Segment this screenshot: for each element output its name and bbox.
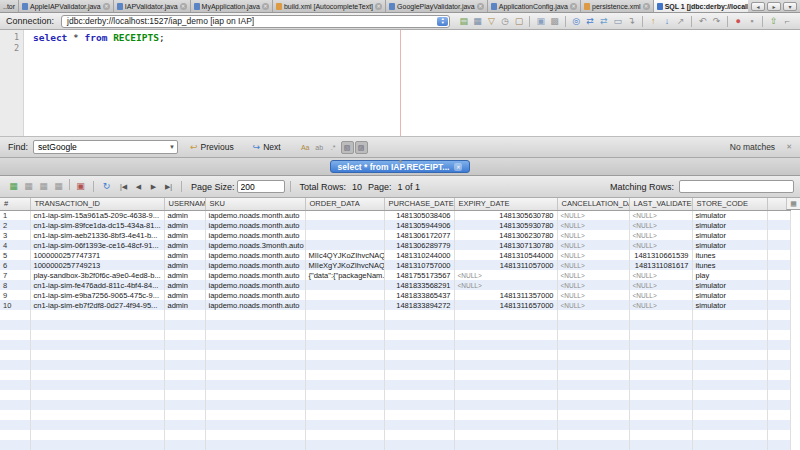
editor-tab-googleplayvalidator-java[interactable]: GooglePlayValidator.java✕ <box>386 0 488 12</box>
cell[interactable]: play-sandbox-3b2f0f6c-a9e0-4ed8-b... <box>30 270 164 280</box>
cell[interactable]: 10 <box>0 300 30 310</box>
cell[interactable]: {"data":{"packageNam... <box>305 270 384 280</box>
previous-button[interactable]: ↩ Previous <box>183 142 241 152</box>
cell[interactable]: 1481306289779 <box>384 240 454 250</box>
tab-scroll-left-icon[interactable]: ◂ <box>751 2 765 11</box>
match-case-icon[interactable]: Aa <box>299 141 312 154</box>
table-row[interactable]: 1cn1-iap-sim-15a961a5-209c-4638-9...admi… <box>0 210 790 220</box>
open-dropdown-icon[interactable]: ▣ <box>534 15 547 28</box>
combo-stepper-icon[interactable]: ▲▼ <box>437 17 448 26</box>
editor-tab-iapvalidator-java[interactable]: IAPValidator.java✕ <box>114 0 191 12</box>
tab-list-icon[interactable]: ▾ <box>783 2 797 11</box>
cell[interactable]: iapdemo.noads.3month.auto <box>205 240 305 250</box>
cell[interactable]: iapdemo.noads.month.auto <box>205 270 305 280</box>
cell[interactable]: simulator <box>692 280 767 290</box>
cell[interactable] <box>767 230 790 240</box>
move-down-icon[interactable]: ↓ <box>661 15 674 28</box>
table-row[interactable]: 51000000257747371adminiapdemo.noads.mont… <box>0 250 790 260</box>
rollback-icon[interactable]: ▦ <box>51 179 66 194</box>
tab-close-icon[interactable]: ✕ <box>570 3 577 10</box>
cell[interactable]: admin <box>164 300 205 310</box>
next-button[interactable]: ↪ Next <box>246 142 288 152</box>
editor-tab-appleiapvalidator-java[interactable]: AppleIAPValidator.java✕ <box>19 0 114 12</box>
upload-icon[interactable]: ⇧ <box>767 15 780 28</box>
chevron-down-icon[interactable]: ▼ <box>169 144 175 150</box>
cell[interactable]: iapdemo.noads.month.auto <box>205 210 305 220</box>
cell[interactable]: <NULL> <box>557 250 629 260</box>
cell[interactable]: <NULL> <box>557 290 629 300</box>
cell[interactable] <box>767 270 790 280</box>
cell[interactable]: <NULL> <box>557 220 629 230</box>
cell[interactable]: <NULL> <box>629 270 692 280</box>
find-close-icon[interactable]: ✕ <box>786 143 792 151</box>
cell[interactable]: 1481310757000 <box>384 260 454 270</box>
truncate-table-icon[interactable]: ▣ <box>73 179 88 194</box>
cell[interactable]: 8 <box>0 280 30 290</box>
editor-tab-persistence-xml[interactable]: persistence.xml✕ <box>581 0 654 12</box>
cell[interactable]: cn1-iap-sim-fe476add-811c-4bf4-84... <box>30 280 164 290</box>
cell[interactable] <box>305 290 384 300</box>
cell[interactable]: <NULL> <box>557 260 629 270</box>
fetch-next-icon[interactable]: ⇄ <box>597 15 610 28</box>
cell[interactable]: simulator <box>692 210 767 220</box>
find-combobox[interactable]: ▼ <box>33 140 178 154</box>
cell[interactable]: MIIc4QYJKoZIhvcNAQc... <box>305 250 384 260</box>
cell[interactable]: cn1-iap-sim-06f1393e-ce16-48cf-91... <box>30 240 164 250</box>
cell[interactable]: <NULL> <box>557 230 629 240</box>
cell[interactable]: simulator <box>692 230 767 240</box>
cell[interactable]: 7 <box>0 270 30 280</box>
cell[interactable]: iapdemo.noads.month.auto <box>205 290 305 300</box>
cell[interactable]: itunes <box>692 250 767 260</box>
cell[interactable]: 1481755173567 <box>384 270 454 280</box>
cell[interactable]: MIIeXgYJKoZIhvcNAQc... <box>305 260 384 270</box>
cell[interactable]: admin <box>164 270 205 280</box>
cell[interactable]: <NULL> <box>557 270 629 280</box>
cell[interactable]: 1481305930780 <box>454 220 557 230</box>
new-window-icon[interactable]: ▢ <box>513 15 526 28</box>
cell[interactable]: <NULL> <box>629 240 692 250</box>
cell[interactable]: 1481310544000 <box>454 250 557 260</box>
cell[interactable]: admin <box>164 220 205 230</box>
cell[interactable]: admin <box>164 260 205 270</box>
cell[interactable]: 6 <box>0 260 30 270</box>
cell[interactable]: 5 <box>0 250 30 260</box>
table-row[interactable]: 8cn1-iap-sim-fe476add-811c-4bf4-84...adm… <box>0 280 790 290</box>
col-header-purchase_date[interactable]: PURCHASE_DATE <box>384 198 454 210</box>
wrap-search-icon[interactable]: ▨ <box>355 141 368 154</box>
sql-code-line[interactable]: select * from RECEIPTS; <box>24 30 165 136</box>
col-header-expiry_date[interactable]: EXPIRY_DATE <box>454 198 557 210</box>
cell[interactable]: cn1-iap-sim-aeb21336-8bf3-4e41-b... <box>30 230 164 240</box>
redo-icon[interactable]: ↷ <box>710 15 723 28</box>
cell[interactable]: 1 <box>0 210 30 220</box>
whole-word-icon[interactable]: ab <box>313 141 326 154</box>
cell[interactable]: iapdemo.noads.month.auto <box>205 250 305 260</box>
tab-close-icon[interactable]: ✕ <box>180 3 187 10</box>
cell[interactable]: <NULL> <box>629 300 692 310</box>
table-row[interactable]: 10cn1-iap-sim-eb7f2df8-0d27-4f94-95...ad… <box>0 300 790 310</box>
table-row[interactable]: 9cn1-iap-sim-e9ba7256-9065-475c-9...admi… <box>0 290 790 300</box>
cell[interactable]: 1481310661539 <box>629 250 692 260</box>
cell[interactable]: iapdemo.noads.month.auto <box>205 260 305 270</box>
cell[interactable]: simulator <box>692 240 767 250</box>
export-icon[interactable]: ↴ <box>625 15 638 28</box>
cell[interactable]: 1000000257749213 <box>30 260 164 270</box>
col-header-#[interactable]: # <box>0 198 30 210</box>
cell[interactable]: <NULL> <box>629 290 692 300</box>
cell[interactable] <box>767 210 790 220</box>
matching-rows-input[interactable] <box>679 180 794 193</box>
cell[interactable] <box>305 280 384 290</box>
delete-record-icon[interactable]: ▦ <box>21 179 36 194</box>
record-macro-icon[interactable]: ● <box>732 15 745 28</box>
cell[interactable]: admin <box>164 230 205 240</box>
cell[interactable]: simulator <box>692 220 767 230</box>
table-row[interactable]: 2cn1-iap-sim-89fce1da-dc15-434a-81...adm… <box>0 220 790 230</box>
col-header-last_validated[interactable]: LAST_VALIDATED <box>629 198 692 210</box>
undo-icon[interactable]: ↶ <box>696 15 709 28</box>
editor-tab-myapplication-java[interactable]: MyApplication.java✕ <box>191 0 273 12</box>
detach-icon[interactable]: ↗ <box>674 15 687 28</box>
cell[interactable]: admin <box>164 210 205 220</box>
cell[interactable]: cn1-iap-sim-e9ba7256-9065-475c-9... <box>30 290 164 300</box>
cell[interactable]: 1481833894272 <box>384 300 454 310</box>
move-up-icon[interactable]: ↑ <box>647 15 660 28</box>
cell[interactable]: 2 <box>0 220 30 230</box>
